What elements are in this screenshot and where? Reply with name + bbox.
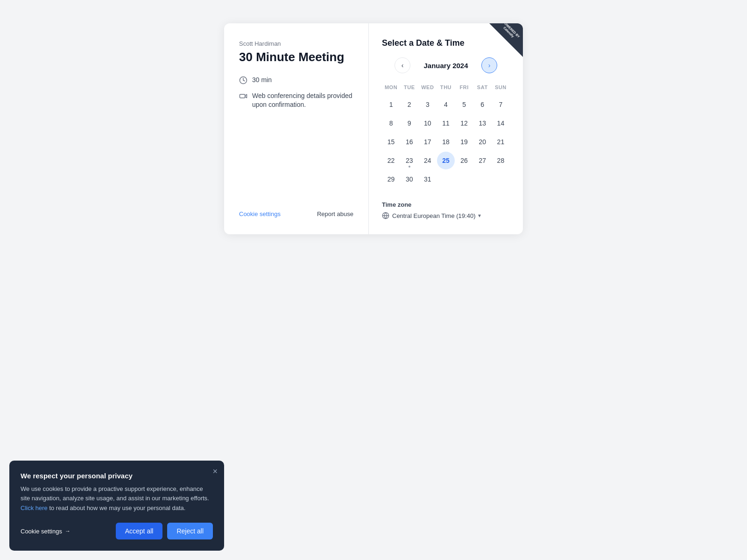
globe-icon: [382, 212, 389, 219]
cookie-link[interactable]: Click here: [21, 504, 48, 511]
reject-all-button[interactable]: Reject all: [167, 523, 213, 539]
booking-card: Scott Hardiman 30 Minute Meeting 30 min …: [224, 23, 523, 234]
calendar-section-title: Select a Date & Time: [382, 38, 510, 48]
cookie-settings-label: Cookie settings: [21, 528, 62, 535]
day-7[interactable]: 7: [492, 96, 509, 113]
left-footer: Cookie settings Report abuse: [239, 201, 353, 217]
day-24[interactable]: 24: [419, 152, 437, 169]
video-icon: [239, 92, 247, 100]
meeting-title: 30 Minute Meeting: [239, 50, 353, 64]
day-20[interactable]: 20: [473, 133, 491, 151]
day-header-sat: SAT: [473, 83, 492, 92]
day-17[interactable]: 17: [419, 133, 437, 151]
day-23[interactable]: 23: [401, 152, 418, 169]
calendar-row-1: 1 2 3 4 5 6 7: [382, 96, 510, 113]
day-10[interactable]: 10: [419, 114, 437, 132]
day-11[interactable]: 11: [437, 114, 455, 132]
calendar-row-5: 29 30 31: [382, 170, 510, 188]
day-header-mon: MON: [382, 83, 400, 92]
svg-rect-1: [240, 94, 245, 98]
day-26[interactable]: 26: [455, 152, 473, 169]
cookie-actions: Accept all Reject all: [116, 523, 213, 539]
day-8[interactable]: 8: [382, 114, 400, 132]
cookie-footer: Cookie settings → Accept all Reject all: [21, 523, 213, 539]
day-header-fri: FRI: [455, 83, 473, 92]
cookie-settings-link[interactable]: Cookie settings: [239, 210, 281, 217]
timezone-selector[interactable]: Central European Time (19:40) ▾: [382, 212, 510, 219]
meeting-info: 30 min Web conferencing details provided…: [239, 76, 353, 110]
cookie-settings-button[interactable]: Cookie settings →: [21, 528, 70, 535]
day-4[interactable]: 4: [437, 96, 455, 113]
day-18[interactable]: 18: [437, 133, 455, 151]
day-header-wed: WED: [418, 83, 437, 92]
calendar-header: ‹ January 2024 ›: [382, 57, 510, 73]
cookie-body: We use cookies to provide a proactive su…: [21, 484, 213, 513]
timezone-dropdown-icon: ▾: [478, 212, 481, 219]
clock-icon: [239, 76, 247, 84]
calendar-rows: 1 2 3 4 5 6 7 8 9 10 11 12: [382, 96, 510, 188]
day-31[interactable]: 31: [419, 170, 437, 188]
timezone-section: Time zone Central European Time (19:40) …: [382, 201, 510, 219]
next-icon: ›: [488, 62, 491, 69]
next-month-button[interactable]: ›: [481, 57, 497, 73]
duration-row: 30 min: [239, 76, 353, 85]
day-29[interactable]: 29: [382, 170, 400, 188]
day-12[interactable]: 12: [455, 114, 473, 132]
day-5[interactable]: 5: [455, 96, 473, 113]
calendar-row-3: 15 16 17 18 19 20 21: [382, 133, 510, 151]
day-28[interactable]: 28: [492, 152, 509, 169]
day-22[interactable]: 22: [382, 152, 400, 169]
duration-text: 30 min: [252, 76, 272, 85]
day-2[interactable]: 2: [401, 96, 418, 113]
report-abuse-link[interactable]: Report abuse: [317, 210, 353, 217]
day-14[interactable]: 14: [492, 114, 509, 132]
day-headers: MON TUE WED THU FRI SAT SUN: [382, 83, 510, 92]
day-empty-1: [437, 170, 455, 188]
accept-all-button[interactable]: Accept all: [116, 523, 163, 539]
host-name: Scott Hardiman: [239, 40, 353, 47]
month-label: January 2024: [418, 62, 474, 70]
calendar-row-4: 22 23 24 25 26 27 28: [382, 152, 510, 169]
prev-month-button[interactable]: ‹: [395, 57, 410, 73]
timezone-label: Time zone: [382, 201, 510, 208]
cookie-link-suffix: to read about how we may use your person…: [48, 504, 186, 511]
cookie-settings-arrow-icon: →: [65, 528, 70, 534]
calendar-grid: MON TUE WED THU FRI SAT SUN 1 2 3 4 5: [382, 83, 510, 188]
prev-icon: ‹: [402, 62, 404, 69]
day-16[interactable]: 16: [401, 133, 418, 151]
day-empty-2: [455, 170, 473, 188]
day-3[interactable]: 3: [419, 96, 437, 113]
conferencing-row: Web conferencing details provided upon c…: [239, 91, 353, 110]
day-empty-4: [492, 170, 509, 188]
day-21[interactable]: 21: [492, 133, 509, 151]
day-19[interactable]: 19: [455, 133, 473, 151]
left-panel: Scott Hardiman 30 Minute Meeting 30 min …: [224, 23, 369, 234]
cookie-banner: × We respect your personal privacy We us…: [9, 461, 224, 551]
day-6[interactable]: 6: [473, 96, 491, 113]
day-1[interactable]: 1: [382, 96, 400, 113]
right-panel: POWERED BY Calendly Select a Date & Time…: [369, 23, 523, 234]
day-15[interactable]: 15: [382, 133, 400, 151]
day-27[interactable]: 27: [473, 152, 491, 169]
day-header-sun: SUN: [492, 83, 510, 92]
calendar-row-2: 8 9 10 11 12 13 14: [382, 114, 510, 132]
cookie-title: We respect your personal privacy: [21, 472, 213, 480]
conferencing-text: Web conferencing details provided upon c…: [252, 91, 353, 110]
day-header-tue: TUE: [400, 83, 418, 92]
timezone-value: Central European Time (19:40): [392, 212, 475, 219]
cookie-close-button[interactable]: ×: [212, 467, 218, 476]
cookie-body-text: We use cookies to provide a proactive su…: [21, 485, 209, 502]
day-30[interactable]: 30: [401, 170, 418, 188]
day-header-thu: THU: [437, 83, 455, 92]
day-9[interactable]: 9: [401, 114, 418, 132]
day-empty-3: [473, 170, 491, 188]
day-13[interactable]: 13: [473, 114, 491, 132]
day-25[interactable]: 25: [437, 152, 455, 169]
